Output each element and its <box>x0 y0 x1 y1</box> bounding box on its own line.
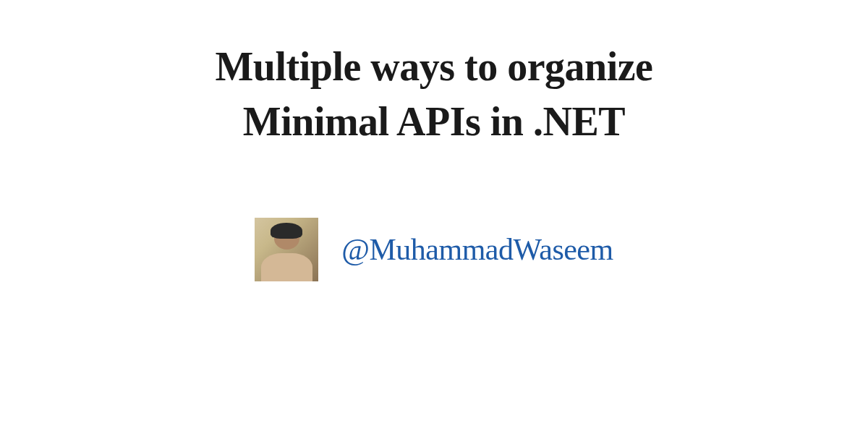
title-line-1: Multiple ways to organize <box>216 44 653 89</box>
avatar-hair-shape <box>271 223 302 239</box>
author-row: @MuhammadWaseem <box>255 218 613 281</box>
avatar <box>255 218 318 281</box>
title-line-2: Minimal APIs in .NET <box>243 99 625 144</box>
author-handle: @MuhammadWaseem <box>341 232 613 267</box>
page-title: Multiple ways to organize Minimal APIs i… <box>216 40 653 149</box>
